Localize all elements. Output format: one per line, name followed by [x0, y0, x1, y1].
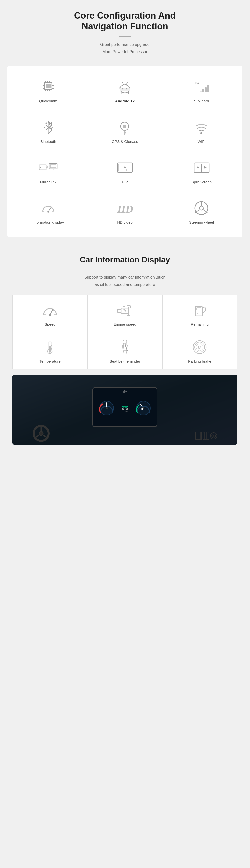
svg-point-19 — [126, 88, 128, 89]
svg-point-95 — [205, 311, 206, 312]
steering-wheel — [33, 425, 50, 442]
thermometer-icon — [40, 338, 60, 356]
mirror-icon — [38, 159, 58, 177]
feature-item-wifi: WIFI — [163, 111, 240, 152]
svg-line-111 — [123, 345, 124, 349]
feature-label-hdvideo: HD video — [117, 220, 133, 225]
svg-point-36 — [52, 127, 53, 128]
feature-label-steering: Steering wheel — [189, 220, 214, 225]
section-divider — [119, 269, 131, 269]
info-item-temperature: Temperature — [13, 332, 87, 369]
steering-icon — [192, 199, 212, 217]
feature-label-mirrorlink: Mirror link — [40, 180, 57, 185]
car-info-subtitle: Support to display many car infomration … — [5, 274, 245, 288]
svg-point-114 — [196, 344, 203, 351]
hd-icon: HD — [115, 199, 135, 217]
info-label-temperature: Temperature — [40, 359, 61, 364]
svg-rect-121 — [125, 407, 127, 408]
info-label-parking: Parking brake — [188, 359, 212, 364]
svg-line-110 — [126, 351, 127, 354]
title-divider — [119, 36, 131, 37]
wifi-icon — [192, 119, 212, 136]
svg-point-47 — [53, 169, 54, 170]
svg-point-142 — [213, 435, 214, 437]
left-gauge: 0 — [98, 399, 115, 417]
svg-line-109 — [123, 351, 124, 354]
svg-marker-56 — [197, 166, 199, 168]
car-info-section: Car Information Display Support to displ… — [0, 248, 250, 450]
split-icon — [192, 159, 212, 177]
gps-icon — [115, 119, 135, 136]
feature-item-simcard: 4G SIM card — [163, 71, 240, 111]
speedometer-icon — [38, 199, 58, 217]
svg-text:≡: ≡ — [197, 312, 198, 315]
feature-label-infodisplay: Information display — [33, 220, 64, 225]
feature-label-qualcomm: Qualcomm — [39, 99, 58, 104]
feature-item-infodisplay: Information display — [10, 192, 87, 232]
pip-icon — [115, 159, 135, 177]
vent-grilles — [195, 431, 217, 441]
svg-rect-30 — [205, 87, 207, 92]
feature-item-steering: Steering wheel — [163, 192, 240, 232]
feature-card: Qualcomm — [7, 66, 243, 238]
info-item-remaining: ≡ Remaining — [163, 295, 237, 332]
svg-rect-29 — [202, 89, 204, 92]
android-icon — [115, 78, 135, 96]
signal-icon: 4G — [192, 78, 212, 96]
feature-label-android12: Android 12 — [115, 99, 135, 104]
svg-line-58 — [48, 207, 51, 212]
feature-item-bluetooth: Bluetooth — [10, 111, 87, 152]
left-gauge-value: 0 — [106, 407, 108, 411]
svg-rect-45 — [50, 164, 56, 167]
right-gauge: 3.3 — [135, 399, 152, 417]
chip-icon — [38, 78, 58, 96]
center-display: 17274mi — [121, 404, 130, 412]
svg-rect-1 — [46, 84, 51, 88]
feature-label-pip: PIP — [122, 180, 128, 185]
car-dashboard-mockup: 10:08 80°F 0 — [12, 374, 238, 445]
svg-rect-48 — [40, 167, 41, 168]
svg-point-128 — [39, 431, 43, 435]
svg-point-59 — [47, 211, 49, 213]
svg-text:HD: HD — [117, 204, 133, 215]
svg-point-65 — [200, 206, 204, 210]
feature-label-simcard: SIM card — [194, 99, 209, 104]
svg-point-87 — [124, 310, 125, 311]
feature-label-splitscreen: Split Screen — [191, 180, 212, 185]
feature-label-gps: GPS & Glonass — [112, 139, 138, 144]
header-section: Core Configuration And Navigation Functi… — [0, 0, 250, 61]
info-item-engine: Engine speed — [87, 295, 162, 332]
seatbelt-icon — [115, 338, 135, 356]
fuel-icon: ≡ — [190, 301, 210, 319]
svg-text:4G: 4G — [195, 81, 199, 85]
info-grid: Speed — [12, 294, 238, 370]
svg-line-24 — [123, 83, 124, 85]
screen-time: 10:08 80°F — [123, 389, 127, 393]
svg-point-70 — [49, 314, 51, 316]
svg-rect-77 — [117, 309, 121, 312]
svg-point-112 — [193, 341, 206, 354]
info-item-speed: Speed — [13, 295, 87, 332]
feature-grid: Qualcomm — [10, 71, 240, 232]
dashboard-screen: 10:08 80°F 0 — [93, 387, 157, 427]
feature-item-pip: PIP — [87, 152, 164, 192]
feature-item-android12: Android 12 — [87, 71, 164, 111]
svg-rect-91 — [197, 308, 201, 310]
feature-item-qualcomm: Qualcomm — [10, 71, 87, 111]
svg-point-18 — [122, 88, 123, 89]
svg-rect-32 — [200, 91, 202, 92]
info-label-speed: Speed — [45, 322, 56, 327]
brake-icon: ! — [190, 338, 210, 356]
svg-point-26 — [122, 82, 123, 83]
subtitle-text: Great performance upgrade More Powerful … — [5, 41, 245, 56]
feature-item-splitscreen: Split Screen — [163, 152, 240, 192]
info-item-seatbelt: Seat belt reminder — [87, 332, 162, 369]
main-title: Core Configuration And Navigation Functi… — [5, 10, 245, 32]
car-info-title: Car Information Display — [5, 255, 245, 264]
svg-point-101 — [49, 350, 51, 353]
feature-item-mirrorlink: Mirror link — [10, 152, 87, 192]
info-item-parking: ! Parking brake — [163, 332, 237, 369]
svg-rect-120 — [123, 407, 124, 408]
info-label-remaining: Remaining — [191, 322, 209, 327]
svg-point-35 — [44, 127, 45, 128]
